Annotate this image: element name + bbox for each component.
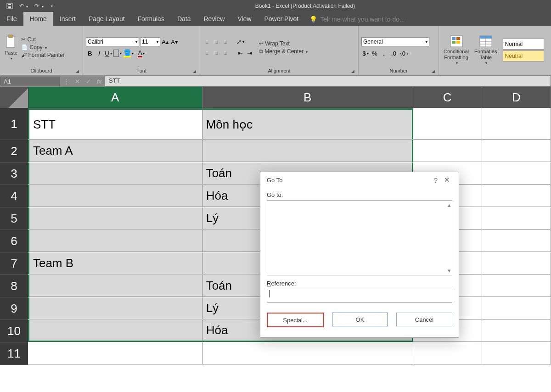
align-middle-icon[interactable]: ≡ — [212, 38, 220, 46]
orientation-icon[interactable]: ⤢▾ — [236, 38, 244, 46]
increase-decimal-icon[interactable]: .0→ — [393, 49, 401, 57]
col-header-A[interactable]: A — [28, 87, 202, 108]
help-icon[interactable]: ? — [430, 176, 441, 184]
decrease-font-icon[interactable]: A▾ — [170, 38, 179, 46]
scroll-down-icon[interactable]: ▾ — [448, 267, 451, 274]
formula-input[interactable]: STT — [105, 76, 551, 87]
tab-file[interactable]: File — [0, 12, 23, 26]
comma-icon[interactable]: , — [380, 49, 388, 57]
tab-review[interactable]: Review — [197, 12, 231, 26]
cell-D9[interactable] — [482, 297, 551, 319]
cell-D6[interactable] — [482, 230, 551, 252]
reference-input[interactable] — [267, 289, 452, 302]
align-right-icon[interactable]: ≡ — [221, 49, 230, 57]
number-format-combo[interactable]: General▾ — [361, 37, 429, 46]
dialog-launcher-icon[interactable]: ◢ — [351, 69, 354, 73]
row-header-9[interactable]: 9 — [0, 297, 28, 320]
cell-C1[interactable] — [413, 108, 482, 140]
row-header-4[interactable]: 4 — [0, 185, 28, 207]
cell-A7[interactable]: Team B — [28, 252, 202, 274]
tell-me[interactable]: 💡 Tell me what you want to do... — [309, 16, 405, 26]
cell-D11[interactable] — [482, 342, 551, 364]
percent-icon[interactable]: % — [371, 49, 379, 57]
tab-view[interactable]: View — [231, 12, 258, 26]
cell-A11[interactable] — [28, 342, 202, 364]
tab-power-pivot[interactable]: Power Pivot — [258, 12, 305, 26]
decrease-decimal-icon[interactable]: .0← — [402, 49, 410, 57]
cell-D3[interactable] — [482, 162, 551, 185]
name-box-dropdown-icon[interactable]: ⋮ — [61, 78, 72, 85]
cell-D8[interactable] — [482, 275, 551, 297]
cancel-formula-icon[interactable]: ✕ — [72, 78, 83, 85]
fill-color-button[interactable]: 🪣▾ — [123, 49, 135, 57]
style-neutral[interactable]: Neutral — [503, 50, 544, 62]
cell-C2[interactable] — [413, 140, 482, 162]
ok-button[interactable]: OK — [332, 313, 388, 326]
cell-A3[interactable] — [28, 162, 202, 185]
border-button[interactable]: ▾ — [113, 49, 122, 57]
format-painter-button[interactable]: 🖌 Format Painter — [21, 52, 65, 58]
row-header-7[interactable]: 7 — [0, 252, 28, 275]
tab-formulas[interactable]: Formulas — [131, 12, 171, 26]
cancel-button[interactable]: Cancel — [396, 313, 452, 326]
increase-indent-icon[interactable]: ⇥ — [245, 49, 253, 57]
cell-B2[interactable] — [202, 140, 414, 162]
align-bottom-icon[interactable]: ≡ — [221, 38, 230, 46]
cell-A8[interactable] — [28, 275, 202, 297]
close-icon[interactable]: ✕ — [441, 176, 452, 184]
cell-A2[interactable]: Team A — [28, 140, 202, 162]
cell-D2[interactable] — [482, 140, 551, 162]
tab-data[interactable]: Data — [171, 12, 197, 26]
col-header-C[interactable]: C — [413, 87, 482, 108]
save-icon[interactable] — [6, 3, 13, 9]
cell-A9[interactable] — [28, 297, 202, 319]
underline-button[interactable]: U▾ — [104, 49, 112, 57]
bold-button[interactable]: B — [86, 49, 94, 57]
redo-icon[interactable]: ↷ ▾ — [34, 3, 43, 9]
cut-button[interactable]: ✂ Cut — [21, 36, 65, 43]
goto-listbox[interactable]: ▴ ▾ — [267, 200, 452, 275]
cell-D5[interactable] — [482, 207, 551, 230]
align-top-icon[interactable]: ≡ — [203, 38, 211, 46]
row-header-6[interactable]: 6 — [0, 230, 28, 252]
row-header-11[interactable]: 11 — [0, 342, 28, 365]
merge-center-button[interactable]: ⧉ Merge & Center ▾ — [259, 48, 308, 55]
qat-customize-icon[interactable]: ▾ — [51, 4, 53, 8]
row-header-10[interactable]: 10 — [0, 320, 28, 342]
italic-button[interactable]: I — [95, 49, 103, 57]
wrap-text-button[interactable]: ↩ Wrap Text — [259, 40, 308, 47]
fx-icon[interactable]: fx — [94, 78, 105, 85]
dialog-launcher-icon[interactable]: ◢ — [432, 69, 435, 73]
cell-B11[interactable] — [202, 342, 414, 364]
align-center-icon[interactable]: ≡ — [212, 49, 220, 57]
cell-C11[interactable] — [413, 342, 482, 364]
cell-B1[interactable]: Môn học — [202, 108, 414, 140]
row-header-3[interactable]: 3 — [0, 162, 28, 185]
cell-A1[interactable]: STT — [28, 108, 202, 140]
enter-formula-icon[interactable]: ✓ — [83, 78, 94, 85]
cell-A10[interactable] — [28, 320, 202, 342]
increase-font-icon[interactable]: A▴ — [161, 38, 169, 46]
row-header-8[interactable]: 8 — [0, 275, 28, 297]
tab-insert[interactable]: Insert — [53, 12, 82, 26]
format-as-table-button[interactable]: Format as Table▾ — [472, 35, 499, 65]
col-header-D[interactable]: D — [482, 87, 551, 108]
style-normal[interactable]: Normal — [503, 39, 544, 50]
font-name-combo[interactable]: Calibri▾ — [86, 37, 139, 46]
tab-home[interactable]: Home — [23, 12, 53, 26]
cell-D4[interactable] — [482, 185, 551, 207]
cell-D10[interactable] — [482, 320, 551, 342]
cell-D7[interactable] — [482, 252, 551, 274]
cell-D1[interactable] — [482, 108, 551, 140]
dialog-launcher-icon[interactable]: ◢ — [76, 69, 79, 73]
accounting-icon[interactable]: $ ▾ — [361, 49, 370, 57]
scroll-up-icon[interactable]: ▴ — [448, 202, 451, 208]
conditional-formatting-button[interactable]: Conditional Formatting▾ — [442, 35, 471, 65]
decrease-indent-icon[interactable]: ⇤ — [236, 49, 244, 57]
font-size-combo[interactable]: 11▾ — [140, 37, 160, 46]
special-button[interactable]: Special... — [267, 313, 324, 327]
tab-page-layout[interactable]: Page Layout — [82, 12, 131, 26]
undo-icon[interactable]: ↶ ▾ — [19, 3, 28, 9]
copy-button[interactable]: 📄 Copy ▾ — [21, 44, 65, 50]
cell-A6[interactable] — [28, 230, 202, 252]
